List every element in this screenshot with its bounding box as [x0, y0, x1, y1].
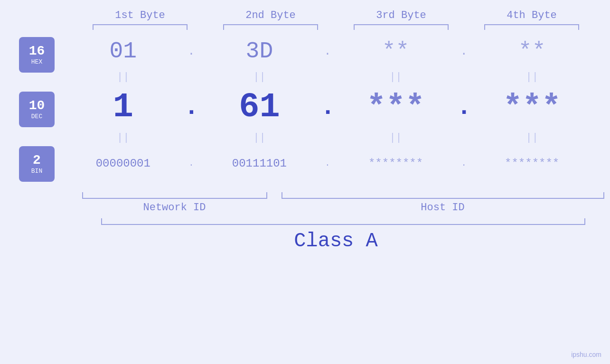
bin-badge-number: 2 — [33, 153, 41, 168]
dec-cell-1: 1 — [71, 88, 175, 127]
bin-row: 00000001 . 00111101 . ******** . — [66, 144, 589, 182]
eq-2-4: || — [480, 132, 584, 144]
bin-val-3: ******** — [368, 157, 423, 170]
hex-val-2: 3D — [246, 38, 273, 64]
dec-cell-4: *** — [480, 89, 584, 126]
dec-val-2: 61 — [239, 88, 280, 127]
bin-val-2: 00111101 — [232, 157, 287, 170]
right-data: 01 . 3D . ** . ** — [66, 32, 610, 191]
dec-badge-label: DEC — [31, 113, 42, 120]
bracket-network — [82, 192, 267, 199]
bin-val-1: 00000001 — [96, 157, 150, 170]
dec-val-1: 1 — [113, 88, 133, 127]
hex-row: 01 . 3D . ** . ** — [66, 32, 589, 70]
bin-cell-2: 00111101 — [207, 157, 311, 170]
hex-cell-4: ** — [480, 38, 584, 64]
bin-dot-1: . — [184, 159, 198, 168]
dec-dot-3: . — [457, 93, 471, 121]
watermark: ipshu.com — [571, 351, 601, 358]
class-label: Class A — [75, 230, 597, 252]
hex-val-1: 01 — [109, 38, 137, 64]
big-bracket — [101, 218, 585, 225]
dec-cell-2: 61 — [207, 88, 311, 127]
id-labels: Network ID Host ID — [82, 202, 604, 214]
bracket-top-3 — [354, 24, 449, 30]
dec-row: 1 . 61 . *** . *** — [66, 84, 589, 131]
bin-cell-3: ******** — [344, 157, 448, 170]
bracket-top-2 — [223, 24, 318, 30]
data-section: 16 HEX 10 DEC 2 BIN 01 . — [0, 32, 610, 191]
bin-cell-1: 00000001 — [71, 157, 175, 170]
bracket-top-1 — [93, 24, 188, 30]
dec-badge: 10 DEC — [19, 92, 55, 127]
bracket-gap — [267, 192, 282, 199]
byte2-label: 2nd Byte — [218, 9, 323, 21]
dec-dot-2: . — [320, 93, 335, 121]
hex-val-3: ** — [382, 38, 410, 64]
left-badges: 16 HEX 10 DEC 2 BIN — [0, 32, 66, 191]
hex-badge-number: 16 — [29, 44, 45, 59]
hex-badge: 16 HEX — [19, 37, 55, 73]
bottom-brackets — [82, 192, 604, 199]
eq-1-4: || — [480, 71, 584, 83]
bracket-top-4 — [484, 24, 579, 30]
bin-badge-label: BIN — [31, 168, 42, 175]
hex-cell-1: 01 — [71, 38, 175, 64]
hex-badge-label: HEX — [31, 58, 42, 65]
eq-2-3: || — [344, 132, 448, 144]
eq-2-1: || — [71, 132, 175, 144]
bin-val-4: ******** — [505, 157, 559, 170]
dec-badge-number: 10 — [29, 99, 45, 113]
byte4-label: 4th Byte — [479, 9, 584, 21]
dec-val-4: *** — [503, 89, 561, 126]
hex-dot-2: . — [320, 45, 335, 58]
byte-headers: 1st Byte 2nd Byte 3rd Byte 4th Byte — [75, 9, 597, 21]
bin-dot-2: . — [320, 159, 335, 168]
equals-sep-1: || || || || — [66, 70, 589, 84]
network-id-label: Network ID — [82, 202, 267, 214]
host-id-label: Host ID — [282, 202, 604, 214]
dec-val-3: *** — [366, 89, 424, 126]
dec-dot-1: . — [184, 93, 198, 121]
bin-badge: 2 BIN — [19, 146, 55, 182]
hex-dot-1: . — [184, 45, 198, 58]
eq-2-2: || — [207, 132, 311, 144]
equals-sep-2: || || || || — [66, 131, 589, 144]
main-container: 1st Byte 2nd Byte 3rd Byte 4th Byte 16 H… — [0, 0, 610, 364]
hex-val-4: ** — [518, 38, 546, 64]
top-brackets — [75, 24, 597, 30]
eq-1-1: || — [71, 71, 175, 83]
byte3-label: 3rd Byte — [349, 9, 453, 21]
eq-1-2: || — [207, 71, 311, 83]
bin-cell-4: ******** — [480, 157, 584, 170]
hex-cell-2: 3D — [207, 38, 311, 64]
hex-dot-3: . — [457, 45, 471, 58]
hex-cell-3: ** — [344, 38, 448, 64]
eq-1-3: || — [344, 71, 448, 83]
byte1-label: 1st Byte — [88, 9, 192, 21]
bracket-host — [282, 192, 604, 199]
bin-dot-3: . — [457, 159, 471, 168]
dec-cell-3: *** — [344, 89, 448, 126]
